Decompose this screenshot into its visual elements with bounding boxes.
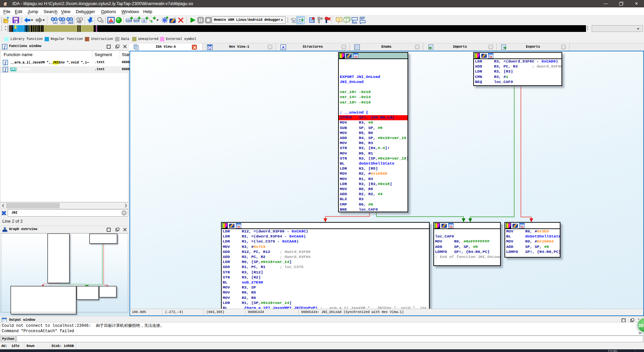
svg-text:CODE: CODE <box>126 19 132 22</box>
svg-text:C: C <box>299 19 301 23</box>
svg-text::: : <box>338 18 339 21</box>
svg-text:#: # <box>54 21 56 24</box>
svg-text:T: T <box>62 20 64 24</box>
svg-text:A: A <box>143 19 145 23</box>
svg-text:C: C <box>293 19 295 23</box>
svg-text:;: ; <box>346 18 347 22</box>
svg-text:‘s: ‘s <box>149 19 153 24</box>
svg-text:DATA: DATA <box>133 19 139 22</box>
svg-text:101: 101 <box>69 21 73 24</box>
